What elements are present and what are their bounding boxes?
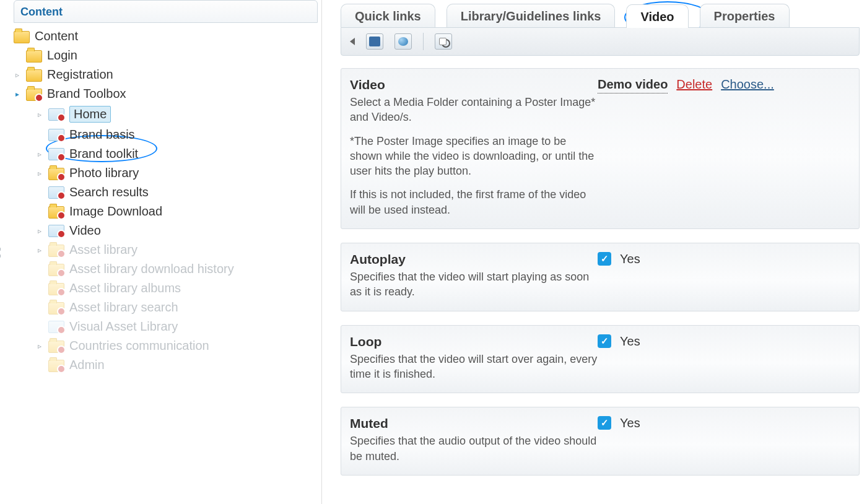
collapse-left-icon[interactable]: [350, 38, 355, 45]
folder-icon: [48, 264, 64, 276]
checkbox-label: Yes: [620, 334, 640, 349]
muted-checkbox[interactable]: ✓: [598, 416, 611, 430]
tree-item-label: Video: [69, 224, 101, 238]
tree-item[interactable]: ▹Admin: [36, 355, 321, 375]
folder-icon: [48, 360, 64, 372]
tab-quick-links[interactable]: Quick links: [341, 4, 435, 27]
folder-icon: [48, 206, 64, 219]
tree-item-label: Login: [47, 48, 77, 63]
toolbar-separator: [423, 33, 424, 50]
video-selected-value: Demo video: [598, 77, 668, 93]
tree-item-label: Registration: [47, 67, 113, 82]
tree-item-label: Home: [69, 106, 111, 123]
toolbar: [341, 27, 860, 56]
tree-item-label: Asset library search: [69, 300, 178, 315]
tree-item-label: Countries communication: [69, 339, 209, 353]
tree-item[interactable]: ▹Visual Asset Library: [36, 317, 321, 336]
tree-item[interactable]: ▹Asset library albums: [36, 279, 321, 298]
editor-panel: Quick linksLibrary/Guidelines linksVideo…: [322, 0, 867, 504]
expand-closed-icon[interactable]: ▹: [14, 71, 21, 79]
tree-item-label: Asset library: [69, 243, 137, 257]
tree-item-label: Brand basis: [69, 128, 135, 142]
expand-open-icon[interactable]: ▸: [14, 90, 21, 98]
tree-item[interactable]: ▹Photo library: [36, 163, 321, 183]
property-video: Video Select a Media Folder containing a…: [341, 68, 860, 229]
property-autoplay: Autoplay Specifies that the video will s…: [341, 243, 860, 311]
folder-icon: [26, 50, 42, 63]
tab-library-guidelines-links[interactable]: Library/Guidelines links: [447, 4, 616, 27]
expand-closed-icon[interactable]: ▹: [36, 227, 43, 235]
folder-icon: [26, 89, 42, 101]
tab-bar: Quick linksLibrary/Guidelines linksVideo…: [341, 4, 860, 27]
delete-link[interactable]: Delete: [676, 77, 712, 92]
tree-item-label: Image Download: [69, 204, 162, 219]
loop-checkbox[interactable]: ✓: [598, 334, 611, 348]
property-muted: Muted Specifies that the audio output of…: [341, 407, 860, 476]
drag-handle-icon[interactable]: ◂◂: [0, 245, 1, 259]
tree-item[interactable]: ▹Asset library download history: [36, 259, 321, 279]
tree-item[interactable]: ▹Video: [36, 221, 321, 240]
tab-video[interactable]: Video: [626, 4, 688, 28]
tree-item[interactable]: ▹Brand basis: [36, 125, 321, 144]
property-title: Muted: [350, 416, 598, 431]
expand-closed-icon[interactable]: ▹: [36, 110, 43, 119]
tree-item[interactable]: ▹Search results: [36, 183, 321, 202]
tab-properties[interactable]: Properties: [700, 4, 790, 27]
tree-item[interactable]: ▹Countries communication: [36, 336, 321, 355]
expand-closed-icon[interactable]: ▹: [36, 342, 43, 350]
autoplay-checkbox[interactable]: ✓: [598, 252, 611, 266]
tree-item-label: Admin: [69, 358, 105, 372]
choose-link[interactable]: Choose...: [721, 77, 774, 92]
property-description: Specifies that the video will start play…: [350, 269, 598, 300]
folder-icon: [48, 283, 64, 295]
checkbox-label: Yes: [620, 252, 640, 266]
tree-item[interactable]: ▹Asset library: [36, 240, 321, 259]
property-loop: Loop Specifies that the video will start…: [341, 325, 860, 394]
page-icon: [48, 108, 64, 121]
save-publish-button[interactable]: [394, 33, 412, 50]
expand-closed-icon[interactable]: ▹: [36, 150, 43, 159]
property-description: Select a Media Folder containing a Poste…: [350, 95, 598, 125]
tree-item-label: Brand Toolbox: [47, 87, 126, 101]
property-description: If this is not included, the first frame…: [350, 187, 598, 217]
folder-icon: [48, 245, 64, 257]
page-icon: [48, 186, 64, 199]
folder-icon: [26, 69, 42, 82]
page-icon: [48, 225, 64, 237]
folder-icon: [48, 341, 64, 353]
tree-item[interactable]: ▹Asset library search: [36, 298, 321, 317]
content-tree-panel: ◂◂ Content Content▹Login▹Registration▸Br…: [0, 0, 322, 504]
tree-item[interactable]: ▹Brand toolkit: [36, 144, 321, 163]
folder-icon: [48, 168, 64, 180]
tree-item[interactable]: ▹Home: [36, 103, 321, 125]
tree-item[interactable]: ▹Login: [14, 46, 321, 65]
tree-item-label: Asset library albums: [69, 281, 181, 295]
page-icon: [48, 129, 64, 141]
tree-item[interactable]: Content: [14, 27, 321, 46]
property-description: *The Poster Image specifies an image to …: [350, 134, 598, 179]
page-icon: [48, 321, 64, 333]
tree-item-label: Visual Asset Library: [69, 319, 178, 334]
tree-item-label: Asset library download history: [69, 262, 234, 276]
property-description: Specifies that the audio output of the v…: [350, 433, 598, 464]
preview-button[interactable]: [435, 33, 452, 50]
property-title: Video: [350, 77, 598, 92]
tree-item[interactable]: ▸Brand Toolbox: [14, 84, 321, 103]
folder-icon: [48, 302, 64, 315]
save-button[interactable]: [366, 33, 383, 50]
property-description: Specifies that the video will start over…: [350, 352, 598, 382]
expand-closed-icon[interactable]: ▹: [36, 246, 43, 254]
tree-item[interactable]: ▹Registration: [14, 65, 321, 84]
folder-icon: [14, 31, 30, 43]
tree-item-label: Search results: [69, 185, 149, 199]
checkbox-label: Yes: [620, 416, 640, 430]
page-icon: [48, 148, 64, 160]
expand-closed-icon[interactable]: ▹: [36, 169, 43, 178]
tree-item-label: Photo library: [69, 166, 139, 180]
tree-item-label: Brand toolkit: [69, 147, 138, 161]
property-title: Autoplay: [350, 252, 598, 267]
sidebar-title: Content: [14, 0, 318, 23]
tree-item-label: Content: [35, 29, 78, 43]
property-title: Loop: [350, 334, 598, 349]
tree-item[interactable]: ▹Image Download: [36, 202, 321, 221]
